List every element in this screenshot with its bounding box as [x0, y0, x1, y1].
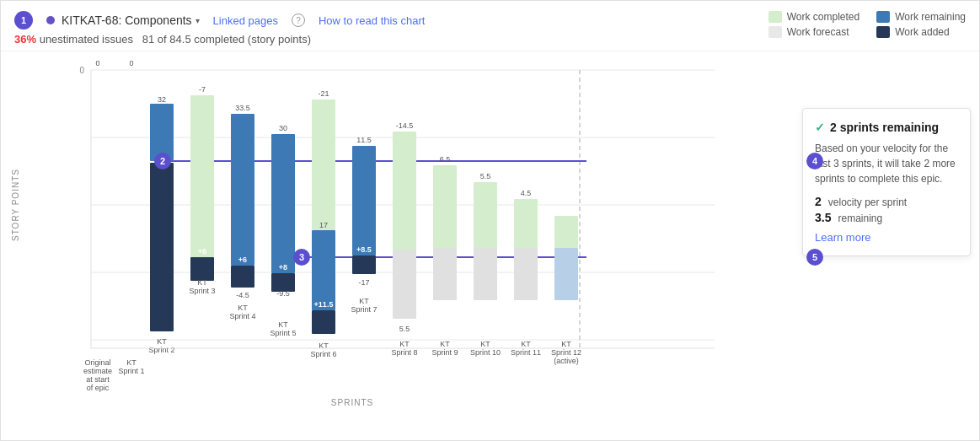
- svg-rect-72: [474, 182, 497, 248]
- legend-forecast-box: [768, 26, 782, 38]
- svg-text:KT: KT: [480, 340, 490, 348]
- stat-text: unestimated issues: [40, 33, 140, 46]
- legend-completed-box: [768, 11, 782, 23]
- svg-text:Sprint 2: Sprint 2: [148, 346, 174, 354]
- svg-text:KT: KT: [278, 320, 288, 329]
- epic-dot: [46, 16, 55, 24]
- svg-text:-9.5: -9.5: [276, 289, 290, 298]
- legend-remaining-label: Work remaining: [895, 11, 966, 23]
- svg-text:Original: Original: [84, 358, 110, 367]
- svg-text:5.5: 5.5: [480, 172, 491, 180]
- remaining-label: remaining: [838, 212, 882, 224]
- svg-rect-49: [312, 310, 335, 334]
- svg-text:KT: KT: [238, 304, 248, 312]
- velocity-value: 2: [815, 195, 822, 208]
- svg-rect-20: [150, 163, 174, 331]
- svg-text:Sprint 1: Sprint 1: [118, 367, 144, 375]
- svg-rect-62: [393, 250, 416, 319]
- svg-text:+11.5: +11.5: [314, 300, 334, 309]
- svg-text:Sprint 10: Sprint 10: [470, 348, 501, 357]
- svg-text:+6: +6: [198, 247, 206, 255]
- svg-text:-4.5: -4.5: [236, 291, 249, 299]
- svg-rect-26: [190, 95, 214, 264]
- svg-text:-14.5: -14.5: [396, 121, 414, 130]
- svg-text:of epic: of epic: [87, 384, 110, 392]
- svg-text:-21: -21: [318, 89, 329, 98]
- svg-rect-47: [312, 230, 335, 310]
- svg-text:Sprint 5: Sprint 5: [270, 329, 296, 337]
- svg-text:4.5: 4.5: [521, 189, 532, 197]
- svg-text:KT: KT: [157, 337, 167, 346]
- how-to-link[interactable]: How to read this chart: [319, 14, 425, 27]
- legend-completed-label: Work completed: [787, 11, 860, 23]
- legend-forecast-label: Work forecast: [787, 26, 849, 38]
- svg-text:-7: -7: [199, 85, 206, 94]
- svg-text:0: 0: [95, 59, 99, 67]
- velocity-row: 2 velocity per sprint: [815, 195, 958, 208]
- svg-rect-67: [433, 165, 457, 248]
- svg-text:KT: KT: [561, 340, 571, 348]
- info-box-title-text: 2 sprints remaining: [830, 121, 939, 134]
- svg-text:Sprint 7: Sprint 7: [351, 305, 377, 314]
- legend-added-box: [876, 26, 890, 38]
- svg-text:17: 17: [319, 221, 328, 229]
- svg-text:Sprint 9: Sprint 9: [431, 348, 458, 357]
- epic-title: KITKAT-68: Components ▾: [46, 13, 200, 27]
- remaining-value: 3.5: [815, 211, 831, 224]
- svg-rect-32: [231, 114, 254, 266]
- svg-text:Sprint 6: Sprint 6: [310, 350, 336, 358]
- legend-forecast: Work forecast: [768, 26, 860, 38]
- svg-rect-56: [352, 255, 376, 274]
- step-2-badge: 2: [154, 153, 171, 169]
- svg-text:0: 0: [79, 66, 84, 75]
- remaining-row: 3.5 remaining: [815, 211, 958, 224]
- svg-rect-27: [190, 257, 214, 281]
- stat-detail: 81 of 84.5 completed (story points): [142, 33, 311, 46]
- epic-name: KITKAT-68: Components: [62, 13, 192, 27]
- svg-text:KT: KT: [197, 278, 207, 287]
- svg-text:+8: +8: [279, 263, 287, 272]
- help-icon[interactable]: ?: [292, 13, 305, 27]
- svg-text:KT: KT: [440, 340, 450, 348]
- linked-pages-link[interactable]: Linked pages: [213, 14, 278, 27]
- svg-text:KT: KT: [126, 358, 137, 367]
- svg-rect-77: [514, 199, 538, 248]
- svg-text:Sprint 11: Sprint 11: [511, 348, 541, 357]
- svg-text:Sprint 8: Sprint 8: [391, 348, 417, 357]
- svg-text:0: 0: [129, 59, 133, 67]
- svg-text:32: 32: [158, 95, 166, 104]
- legend-completed: Work completed: [768, 11, 860, 23]
- svg-rect-82: [554, 216, 578, 248]
- svg-text:5.5: 5.5: [399, 325, 410, 333]
- info-box: ✓ 2 sprints remaining Based on your velo…: [802, 108, 971, 256]
- svg-text:KT: KT: [399, 340, 410, 348]
- svg-rect-78: [514, 248, 538, 300]
- svg-text:Sprint 4: Sprint 4: [229, 312, 255, 320]
- svg-text:SPRINTS: SPRINTS: [331, 398, 373, 407]
- legend-col-left: Work completed Work forecast: [768, 11, 860, 38]
- legend-remaining: Work remaining: [876, 11, 966, 23]
- y-axis-label: STORY POINTS: [8, 53, 24, 357]
- svg-text:+6: +6: [238, 255, 247, 264]
- svg-rect-46: [312, 99, 335, 230]
- svg-rect-83: [554, 248, 578, 300]
- legend: Work completed Work forecast Work remain…: [768, 11, 966, 38]
- dropdown-arrow-icon[interactable]: ▾: [195, 16, 200, 25]
- checkmark-icon: ✓: [815, 121, 825, 134]
- learn-more-link[interactable]: Learn more: [815, 231, 958, 244]
- info-box-title: ✓ 2 sprints remaining: [815, 121, 958, 134]
- svg-text:30: 30: [279, 124, 287, 132]
- legend-col-right: Work remaining Work added: [876, 11, 966, 38]
- svg-text:at start: at start: [86, 375, 110, 384]
- svg-text:(active): (active): [554, 357, 579, 365]
- svg-text:6.5: 6.5: [440, 155, 451, 164]
- legend-remaining-box: [876, 11, 890, 23]
- svg-rect-39: [271, 134, 295, 273]
- step-1-badge: 1: [14, 11, 33, 30]
- info-box-desc: Based on your velocity for the last 3 sp…: [815, 141, 958, 186]
- unestimated-pct: 36%: [14, 33, 36, 46]
- step-3-badge: 3: [293, 249, 310, 266]
- main-container: 1 KITKAT-68: Components ▾ Linked pages ?…: [0, 0, 980, 441]
- svg-text:estimate: estimate: [83, 367, 112, 375]
- velocity-label: velocity per sprint: [828, 196, 907, 208]
